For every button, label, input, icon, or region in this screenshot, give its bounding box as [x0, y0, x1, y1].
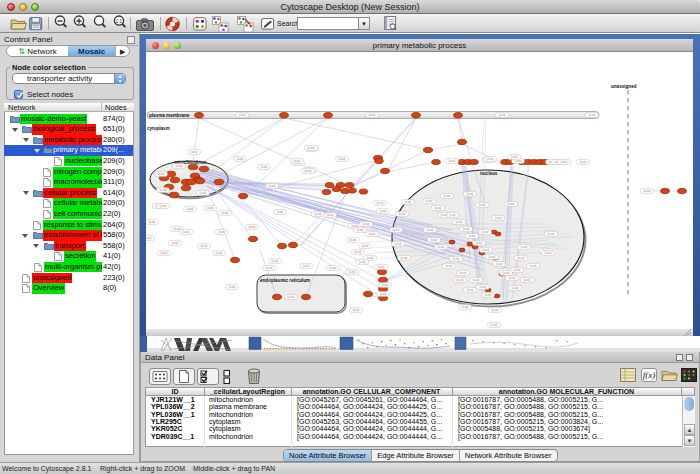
svg-text:(x-xx): (x-xx)	[378, 265, 385, 269]
svg-text:(x-xx): (x-xx)	[480, 285, 487, 289]
svg-text:(x-xx): (x-xx)	[200, 191, 207, 195]
svg-text:(x-xx): (x-xx)	[201, 244, 208, 248]
svg-text:(x-xx): (x-xx)	[548, 232, 555, 236]
svg-text:(x-xx): (x-xx)	[272, 259, 279, 263]
svg-text:(x-xx): (x-xx)	[239, 113, 246, 117]
svg-text:(x-xx): (x-xx)	[303, 264, 310, 268]
svg-text:(x-xx): (x-xx)	[222, 211, 229, 215]
svg-text:(x-xx): (x-xx)	[395, 242, 402, 246]
svg-text:(x-xx): (x-xx)	[499, 113, 506, 117]
svg-text:(x-xx): (x-xx)	[349, 270, 356, 274]
svg-text:(x-xx): (x-xx)	[277, 210, 284, 214]
svg-text:(x-xx): (x-xx)	[207, 206, 214, 210]
svg-text:(x-xx): (x-xx)	[545, 251, 552, 255]
svg-text:(x-xx): (x-xx)	[355, 250, 362, 254]
svg-text:(x-xx): (x-xx)	[589, 113, 596, 117]
svg-text:(x-xx): (x-xx)	[382, 283, 389, 287]
svg-text:(x-xx): (x-xx)	[149, 220, 156, 224]
svg-text:(x-xx): (x-xx)	[269, 184, 276, 188]
svg-text:(x-xx): (x-xx)	[146, 236, 152, 240]
svg-text:(x-xx): (x-xx)	[473, 278, 480, 282]
svg-text:(x-xx): (x-xx)	[492, 308, 499, 312]
svg-text:(x-xx): (x-xx)	[491, 323, 498, 327]
svg-text:(x-xx): (x-xx)	[249, 225, 256, 229]
svg-text:(x-xx): (x-xx)	[161, 251, 168, 255]
svg-text:(x-xx): (x-xx)	[483, 248, 490, 252]
svg-text:(x-xx): (x-xx)	[401, 256, 408, 260]
svg-text:(x-xx): (x-xx)	[514, 268, 521, 272]
svg-text:(x-xx): (x-xx)	[350, 238, 357, 242]
svg-text:(x-xx): (x-xx)	[467, 288, 474, 292]
svg-text:(x-xx): (x-xx)	[393, 228, 400, 232]
svg-text:(x-xx): (x-xx)	[369, 232, 376, 236]
svg-text:(x-xx): (x-xx)	[469, 234, 476, 238]
svg-text:(x-xx): (x-xx)	[266, 266, 273, 270]
svg-text:(x-xx): (x-xx)	[508, 202, 515, 206]
svg-text:(x-xx): (x-xx)	[369, 113, 376, 117]
svg-text:(x-xx): (x-xx)	[305, 169, 312, 173]
svg-text:(x-xx): (x-xx)	[229, 285, 236, 289]
svg-text:(x-xx): (x-xx)	[330, 266, 337, 270]
svg-text:(x-xx): (x-xx)	[327, 213, 334, 217]
svg-text:(x-xx): (x-xx)	[509, 276, 516, 280]
svg-text:(x-xx): (x-xx)	[561, 160, 568, 164]
svg-text:(x-xx): (x-xx)	[431, 238, 438, 242]
svg-text:(x-xx): (x-xx)	[489, 255, 496, 259]
svg-text:(x-xx): (x-xx)	[482, 230, 489, 234]
svg-text:nucleus: nucleus	[480, 171, 498, 176]
svg-text:(x-xx): (x-xx)	[487, 157, 494, 161]
svg-text:(x-xx): (x-xx)	[495, 216, 502, 220]
svg-text:unassigned: unassigned	[611, 84, 637, 89]
svg-text:(x-xx): (x-xx)	[512, 286, 519, 290]
svg-text:(x-xx): (x-xx)	[460, 271, 467, 275]
svg-text:(x-xx): (x-xx)	[288, 295, 295, 299]
svg-text:(x-xx): (x-xx)	[453, 257, 460, 261]
svg-text:(x-xx): (x-xx)	[380, 292, 387, 296]
svg-text:(x-xx): (x-xx)	[467, 192, 474, 196]
svg-text:(x-xx): (x-xx)	[485, 293, 492, 297]
svg-text:cytoplasm: cytoplasm	[147, 126, 170, 131]
svg-text:(x-xx): (x-xx)	[438, 245, 445, 249]
svg-text:(x-xx): (x-xx)	[187, 207, 194, 211]
svg-text:(x-xx): (x-xx)	[463, 227, 470, 231]
svg-text:(x-xx): (x-xx)	[380, 209, 387, 213]
svg-text:(x-xx): (x-xx)	[176, 164, 183, 168]
svg-text:(x-xx): (x-xx)	[580, 160, 587, 164]
svg-text:(x-xx): (x-xx)	[427, 228, 434, 232]
svg-text:(x-xx): (x-xx)	[521, 245, 528, 249]
svg-text:(x-xx): (x-xx)	[191, 150, 198, 154]
svg-text:(x-xx): (x-xx)	[446, 264, 453, 268]
svg-text:(x-xx): (x-xx)	[315, 212, 322, 216]
svg-text:(x-xx): (x-xx)	[644, 189, 651, 193]
svg-text:(x-xx): (x-xx)	[308, 146, 315, 150]
svg-text:(x-xx): (x-xx)	[456, 220, 463, 224]
svg-text:(x-xx): (x-xx)	[476, 241, 483, 245]
svg-text:(x-xx): (x-xx)	[219, 230, 226, 234]
svg-text:(x-xx): (x-xx)	[158, 172, 165, 176]
svg-text:(x-xx): (x-xx)	[353, 308, 360, 312]
svg-text:plasma membrane: plasma membrane	[149, 113, 190, 118]
svg-text:(x-xx): (x-xx)	[479, 203, 486, 207]
svg-text:(x-xx): (x-xx)	[511, 155, 518, 159]
svg-text:(x-xx): (x-xx)	[503, 271, 510, 275]
svg-text:(x-xx): (x-xx)	[172, 241, 179, 245]
svg-text:(x-xx): (x-xx)	[237, 157, 244, 161]
svg-text:endoplasmic reticulum: endoplasmic reticulum	[260, 278, 310, 283]
svg-text:(x-xx): (x-xx)	[462, 305, 469, 309]
svg-text:(x-xx): (x-xx)	[160, 204, 167, 208]
svg-text:(x-xx): (x-xx)	[160, 188, 167, 192]
svg-text:(x-xx): (x-xx)	[457, 278, 464, 282]
svg-text:(x-xx): (x-xx)	[359, 260, 366, 264]
svg-text:(x-xx): (x-xx)	[399, 212, 406, 216]
svg-text:(x-xx): (x-xx)	[449, 159, 456, 163]
svg-text:(x-xx): (x-xx)	[261, 165, 268, 169]
svg-text:(x-xx): (x-xx)	[363, 222, 370, 226]
svg-text:(x-xx): (x-xx)	[524, 278, 531, 282]
svg-text:(x-xx): (x-xx)	[435, 206, 442, 210]
svg-text:(x-xx): (x-xx)	[339, 157, 346, 161]
svg-text:(x-xx): (x-xx)	[377, 201, 384, 205]
svg-text:(x-xx): (x-xx)	[515, 159, 522, 163]
svg-text:(x-xx): (x-xx)	[530, 264, 537, 268]
svg-text:f(x): f(x)	[643, 370, 656, 380]
svg-text:(x-xx): (x-xx)	[405, 200, 412, 204]
